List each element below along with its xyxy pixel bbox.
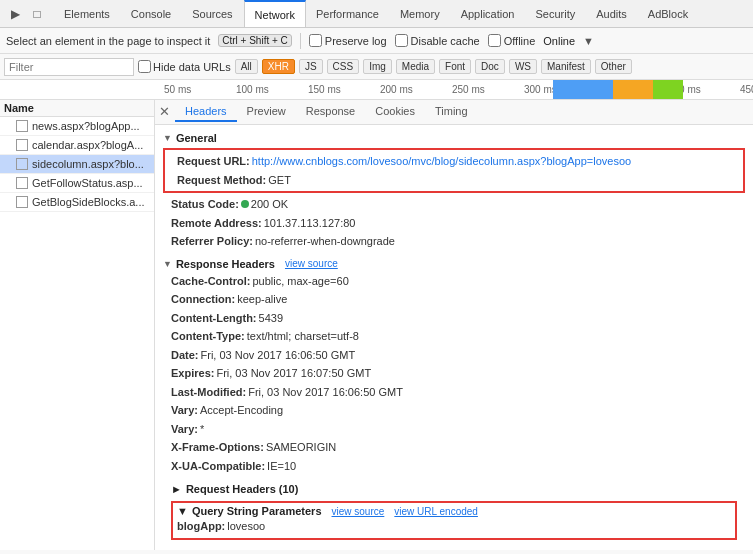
resp-last-modified: Last-Modified: Fri, 03 Nov 2017 16:06:50… <box>163 383 745 402</box>
request-name-0: news.aspx?blogApp... <box>32 120 140 132</box>
top-bar: ▶ □ Elements Console Sources Network Per… <box>0 0 753 28</box>
request-list-panel: Name news.aspx?blogApp... calendar.aspx?… <box>0 100 155 550</box>
tab-console[interactable]: Console <box>121 0 182 27</box>
status-code-value: 200 OK <box>251 196 288 213</box>
request-item-0[interactable]: news.aspx?blogApp... <box>0 117 154 136</box>
request-item-1[interactable]: calendar.aspx?blogA... <box>0 136 154 155</box>
resp-connection: Connection: keep-alive <box>163 290 745 309</box>
tab-performance[interactable]: Performance <box>306 0 390 27</box>
timeline-bar-orange <box>613 80 653 100</box>
timeline-100ms: 100 ms <box>236 84 308 95</box>
query-params-label: Query String Parameters <box>192 505 322 517</box>
general-label: General <box>176 132 217 144</box>
query-blogapp-label: blogApp: <box>177 518 225 535</box>
preserve-log-checkbox[interactable] <box>309 34 322 47</box>
filter-manifest[interactable]: Manifest <box>541 59 591 74</box>
headers-content: ▼ General Request URL: http://www.cnblog… <box>155 125 753 546</box>
remote-address-label: Remote Address: <box>171 215 262 232</box>
content-length-value: 5439 <box>259 310 283 327</box>
timeline-150ms: 150 ms <box>308 84 380 95</box>
referrer-policy-row: Referrer Policy: no-referrer-when-downgr… <box>163 232 745 251</box>
request-name-1: calendar.aspx?blogA... <box>32 139 143 151</box>
offline-checkbox[interactable] <box>488 34 501 47</box>
dropdown-arrow[interactable]: ▼ <box>583 35 594 47</box>
box-icon[interactable]: □ <box>26 3 48 25</box>
timeline-bar: 50 ms 100 ms 150 ms 200 ms 250 ms 300 ms… <box>0 80 753 100</box>
timeline-250ms: 250 ms <box>452 84 524 95</box>
remote-address-value: 101.37.113.127:80 <box>264 215 356 232</box>
tab-response[interactable]: Response <box>296 102 366 122</box>
resp-x-ua-compatible: X-UA-Compatible: IE=10 <box>163 457 745 476</box>
shortcut-kbd: Ctrl + Shift + C <box>218 34 292 47</box>
filter-ws[interactable]: WS <box>509 59 537 74</box>
tab-adblock[interactable]: AdBlock <box>638 0 699 27</box>
request-url-value: http://www.cnblogs.com/lovesoo/mvc/blog/… <box>252 153 631 170</box>
name-column-header: Name <box>4 102 34 114</box>
tab-audits[interactable]: Audits <box>586 0 638 27</box>
tab-headers[interactable]: Headers <box>175 102 237 122</box>
timeline-200ms: 200 ms <box>380 84 452 95</box>
status-dot <box>241 200 249 208</box>
triangle-general: ▼ <box>163 133 172 143</box>
vary-2-value: * <box>200 421 204 438</box>
filter-font[interactable]: Font <box>439 59 471 74</box>
triangle-query: ▼ <box>177 505 188 517</box>
query-params-title: ▼ Query String Parameters view source vi… <box>177 505 731 517</box>
view-source-response-link[interactable]: view source <box>285 258 338 269</box>
x-ua-compatible-value: IE=10 <box>267 458 296 475</box>
general-section-title: ▼ General <box>163 129 745 146</box>
cache-control-value: public, max-age=60 <box>252 273 348 290</box>
filter-doc[interactable]: Doc <box>475 59 505 74</box>
tab-application[interactable]: Application <box>451 0 526 27</box>
content-type-value: text/html; charset=utf-8 <box>247 328 359 345</box>
disable-cache-label[interactable]: Disable cache <box>395 34 480 47</box>
resp-date: Date: Fri, 03 Nov 2017 16:06:50 GMT <box>163 346 745 365</box>
close-icon[interactable]: ✕ <box>159 104 170 119</box>
main-tabs: Elements Console Sources Network Perform… <box>54 0 699 27</box>
filter-xhr[interactable]: XHR <box>262 59 295 74</box>
main-area: Name news.aspx?blogApp... calendar.aspx?… <box>0 100 753 550</box>
file-icon-3 <box>16 177 28 189</box>
hide-data-urls-label[interactable]: Hide data URLs <box>138 60 231 73</box>
filter-img[interactable]: Img <box>363 59 392 74</box>
request-headers-title: ► Request Headers (10) <box>163 479 745 497</box>
filter-css[interactable]: CSS <box>327 59 360 74</box>
date-label: Date: <box>171 347 199 364</box>
devtools-icons: ▶ □ <box>4 3 48 25</box>
resp-content-length: Content-Length: 5439 <box>163 309 745 328</box>
request-item-2[interactable]: sidecolumn.aspx?blo... <box>0 155 154 174</box>
inspect-text: Select an element in the page to inspect… <box>6 35 210 47</box>
separator-1 <box>300 33 301 49</box>
hide-data-urls-checkbox[interactable] <box>138 60 151 73</box>
resp-vary-2: Vary: * <box>163 420 745 439</box>
details-panel: ✕ Headers Preview Response Cookies Timin… <box>155 100 753 550</box>
vary-1-value: Accept-Encoding <box>200 402 283 419</box>
tab-sources[interactable]: Sources <box>182 0 243 27</box>
request-item-3[interactable]: GetFollowStatus.asp... <box>0 174 154 193</box>
filter-other[interactable]: Other <box>595 59 632 74</box>
filter-all[interactable]: All <box>235 59 258 74</box>
disable-cache-checkbox[interactable] <box>395 34 408 47</box>
last-modified-label: Last-Modified: <box>171 384 246 401</box>
tab-cookies[interactable]: Cookies <box>365 102 425 122</box>
filter-js[interactable]: JS <box>299 59 323 74</box>
request-item-4[interactable]: GetBlogSideBlocks.a... <box>0 193 154 212</box>
tab-security[interactable]: Security <box>525 0 586 27</box>
view-source-query-link[interactable]: view source <box>332 506 385 517</box>
view-url-encoded-link[interactable]: view URL encoded <box>394 506 478 517</box>
cursor-icon[interactable]: ▶ <box>4 3 26 25</box>
tab-network[interactable]: Network <box>244 0 306 27</box>
request-url-label: Request URL: <box>177 153 250 170</box>
connection-label: Connection: <box>171 291 235 308</box>
tab-timing[interactable]: Timing <box>425 102 478 122</box>
filter-input[interactable] <box>4 58 134 76</box>
query-param-blogapp: blogApp: lovesoo <box>177 517 731 536</box>
tab-memory[interactable]: Memory <box>390 0 451 27</box>
offline-label[interactable]: Offline <box>488 34 536 47</box>
expires-value: Fri, 03 Nov 2017 16:07:50 GMT <box>216 365 371 382</box>
filter-media[interactable]: Media <box>396 59 435 74</box>
preserve-log-label[interactable]: Preserve log <box>309 34 387 47</box>
tab-preview[interactable]: Preview <box>237 102 296 122</box>
response-headers-label: Response Headers <box>176 258 275 270</box>
tab-elements[interactable]: Elements <box>54 0 121 27</box>
